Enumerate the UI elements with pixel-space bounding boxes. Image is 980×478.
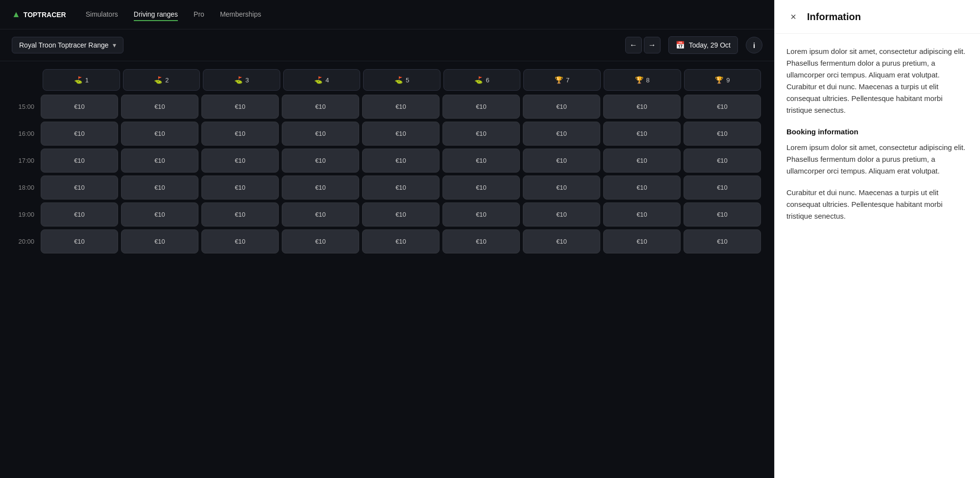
nav-simulators[interactable]: Simulators	[86, 8, 118, 21]
slot-20:00-bay-1[interactable]: €10	[41, 229, 118, 253]
slot-17:00-bay-9[interactable]: €10	[684, 149, 761, 173]
slot-16:00-bay-2[interactable]: €10	[121, 122, 198, 146]
bay-header-5: ⛳5	[363, 69, 441, 91]
bay-header-9: 🏆9	[684, 69, 761, 91]
slot-20:00-bay-4[interactable]: €10	[282, 229, 359, 253]
slot-16:00-bay-5[interactable]: €10	[362, 122, 440, 146]
bay-icon: ⛳	[474, 76, 483, 84]
calendar-icon: 📅	[676, 41, 685, 50]
date-display[interactable]: 📅 Today, 29 Oct	[668, 36, 738, 54]
slot-15:00-bay-3[interactable]: €10	[201, 95, 279, 119]
bay-header-1: ⛳1	[43, 69, 120, 91]
slot-17:00-bay-8[interactable]: €10	[603, 149, 681, 173]
info-panel: × Information Lorem ipsum dolor sit amet…	[774, 0, 980, 478]
bay-icon: ⛳	[394, 76, 403, 84]
slot-19:00-bay-7[interactable]: €10	[523, 202, 600, 226]
slot-16:00-bay-6[interactable]: €10	[442, 122, 520, 146]
date-label: Today, 29 Oct	[689, 41, 731, 49]
slot-18:00-bay-2[interactable]: €10	[121, 176, 198, 200]
slot-20:00-bay-5[interactable]: €10	[362, 229, 440, 253]
bay-header-6: ⛳6	[443, 69, 521, 91]
time-row-16:00: 16:00€10€10€10€10€10€10€10€10€10	[12, 122, 762, 146]
slot-17:00-bay-7[interactable]: €10	[523, 149, 600, 173]
nav-pro[interactable]: Pro	[194, 8, 204, 21]
slot-17:00-bay-2[interactable]: €10	[121, 149, 198, 173]
time-row-19:00: 19:00€10€10€10€10€10€10€10€10€10	[12, 202, 762, 226]
time-row-18:00: 18:00€10€10€10€10€10€10€10€10€10	[12, 176, 762, 200]
slot-17:00-bay-6[interactable]: €10	[442, 149, 520, 173]
slot-18:00-bay-9[interactable]: €10	[684, 176, 761, 200]
slot-16:00-bay-1[interactable]: €10	[41, 122, 118, 146]
slot-16:00-bay-4[interactable]: €10	[282, 122, 359, 146]
slot-18:00-bay-3[interactable]: €10	[201, 176, 279, 200]
info-panel-body: Lorem ipsum dolor sit amet, consectetur …	[775, 34, 980, 234]
bay-number-9: 9	[726, 76, 730, 84]
bay-number-1: 1	[85, 76, 89, 84]
bay-number-3: 3	[245, 76, 249, 84]
slot-16:00-bay-7[interactable]: €10	[523, 122, 600, 146]
bay-number-7: 7	[566, 76, 569, 84]
slot-18:00-bay-4[interactable]: €10	[282, 176, 359, 200]
time-label: 15:00	[12, 103, 39, 110]
logo-text: TOPTRACER	[24, 11, 66, 19]
slot-16:00-bay-9[interactable]: €10	[684, 122, 761, 146]
slot-15:00-bay-5[interactable]: €10	[362, 95, 440, 119]
slot-15:00-bay-4[interactable]: €10	[282, 95, 359, 119]
info-panel-header: × Information	[775, 0, 980, 34]
date-navigation: ← →	[625, 37, 661, 53]
slot-20:00-bay-2[interactable]: €10	[121, 229, 198, 253]
slot-18:00-bay-6[interactable]: €10	[442, 176, 520, 200]
slot-15:00-bay-2[interactable]: €10	[121, 95, 198, 119]
slot-16:00-bay-3[interactable]: €10	[201, 122, 279, 146]
slot-20:00-bay-8[interactable]: €10	[603, 229, 681, 253]
bay-icon: ⛳	[314, 76, 322, 84]
time-row-15:00: 15:00€10€10€10€10€10€10€10€10€10	[12, 95, 762, 119]
schedule-grid: ⛳1⛳2⛳3⛳4⛳5⛳6🏆7🏆8🏆9 15:00€10€10€10€10€10€…	[0, 61, 774, 478]
info-panel-title: Information	[807, 11, 861, 23]
slot-15:00-bay-8[interactable]: €10	[603, 95, 681, 119]
prev-date-button[interactable]: ←	[625, 37, 642, 53]
slot-17:00-bay-4[interactable]: €10	[282, 149, 359, 173]
slot-20:00-bay-6[interactable]: €10	[442, 229, 520, 253]
range-selector[interactable]: Royal Troon Toptracer Range ▾	[12, 37, 123, 53]
slot-18:00-bay-1[interactable]: €10	[41, 176, 118, 200]
time-row-17:00: 17:00€10€10€10€10€10€10€10€10€10	[12, 149, 762, 173]
time-label: 18:00	[12, 184, 39, 191]
toolbar: Royal Troon Toptracer Range ▾ ← → 📅 Toda…	[0, 29, 774, 61]
slot-18:00-bay-8[interactable]: €10	[603, 176, 681, 200]
slot-19:00-bay-9[interactable]: €10	[684, 202, 761, 226]
nav-memberships[interactable]: Memberships	[220, 8, 261, 21]
bay-icon: ⛳	[234, 76, 243, 84]
slot-19:00-bay-6[interactable]: €10	[442, 202, 520, 226]
next-date-button[interactable]: →	[644, 37, 661, 53]
slot-15:00-bay-7[interactable]: €10	[523, 95, 600, 119]
bay-headers: ⛳1⛳2⛳3⛳4⛳5⛳6🏆7🏆8🏆9	[41, 69, 762, 91]
slot-17:00-bay-1[interactable]: €10	[41, 149, 118, 173]
slot-17:00-bay-3[interactable]: €10	[201, 149, 279, 173]
slot-15:00-bay-9[interactable]: €10	[684, 95, 761, 119]
info-button[interactable]: i	[746, 37, 762, 53]
close-info-button[interactable]: ×	[786, 10, 800, 24]
slot-15:00-bay-6[interactable]: €10	[442, 95, 520, 119]
slot-18:00-bay-5[interactable]: €10	[362, 176, 440, 200]
slot-19:00-bay-2[interactable]: €10	[121, 202, 198, 226]
slot-16:00-bay-8[interactable]: €10	[603, 122, 681, 146]
slot-20:00-bay-3[interactable]: €10	[201, 229, 279, 253]
bay-number-5: 5	[406, 76, 409, 84]
slot-19:00-bay-8[interactable]: €10	[603, 202, 681, 226]
slot-20:00-bay-9[interactable]: €10	[684, 229, 761, 253]
slot-19:00-bay-4[interactable]: €10	[282, 202, 359, 226]
chevron-down-icon: ▾	[113, 41, 116, 49]
slot-20:00-bay-7[interactable]: €10	[523, 229, 600, 253]
slot-15:00-bay-1[interactable]: €10	[41, 95, 118, 119]
slot-18:00-bay-7[interactable]: €10	[523, 176, 600, 200]
nav-driving-ranges[interactable]: Driving ranges	[134, 8, 178, 21]
slot-19:00-bay-5[interactable]: €10	[362, 202, 440, 226]
slot-17:00-bay-5[interactable]: €10	[362, 149, 440, 173]
slot-19:00-bay-3[interactable]: €10	[201, 202, 279, 226]
top-navigation: ▲ TOPTRACER Simulators Driving ranges Pr…	[0, 0, 774, 29]
bay-number-4: 4	[325, 76, 329, 84]
slot-19:00-bay-1[interactable]: €10	[41, 202, 118, 226]
time-label: 20:00	[12, 238, 39, 245]
time-label: 16:00	[12, 130, 39, 137]
